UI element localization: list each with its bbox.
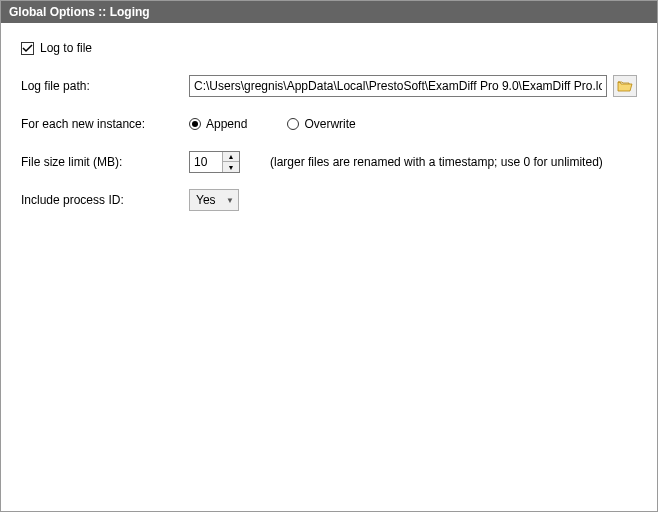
log-file-path-label: Log file path: (21, 79, 189, 93)
spinner-down-button[interactable]: ▼ (223, 162, 239, 172)
file-size-limit-input[interactable] (190, 152, 222, 172)
file-size-limit-label: File size limit (MB): (21, 155, 189, 169)
file-size-limit-hint: (larger files are renamed with a timesta… (270, 155, 603, 169)
new-instance-row: For each new instance: Append Overwrite (21, 113, 637, 135)
log-to-file-label[interactable]: Log to file (40, 41, 92, 55)
radio-append[interactable]: Append (189, 117, 247, 131)
spinner-up-button[interactable]: ▲ (223, 152, 239, 162)
file-size-limit-row: File size limit (MB): ▲ ▼ (larger files … (21, 151, 637, 173)
include-pid-select[interactable]: Yes ▼ (189, 189, 239, 211)
include-pid-value: Yes (196, 193, 216, 207)
log-to-file-checkbox[interactable] (21, 42, 34, 55)
folder-open-icon (617, 79, 633, 93)
radio-append-input[interactable] (189, 118, 201, 130)
spinner-buttons: ▲ ▼ (222, 152, 239, 172)
chevron-down-icon: ▼ (226, 196, 234, 205)
radio-overwrite-label: Overwrite (304, 117, 355, 131)
radio-overwrite[interactable]: Overwrite (287, 117, 355, 131)
radio-append-label: Append (206, 117, 247, 131)
include-pid-row: Include process ID: Yes ▼ (21, 189, 637, 211)
radio-overwrite-input[interactable] (287, 118, 299, 130)
log-file-path-input[interactable] (189, 75, 607, 97)
log-file-path-row: Log file path: (21, 75, 637, 97)
include-pid-label: Include process ID: (21, 193, 189, 207)
file-size-limit-spinner[interactable]: ▲ ▼ (189, 151, 240, 173)
content-area: Log to file Log file path: For each new … (1, 23, 657, 245)
browse-button[interactable] (613, 75, 637, 97)
window-title: Global Options :: Loging (1, 1, 657, 23)
check-icon (22, 43, 33, 54)
options-panel: Global Options :: Loging Log to file Log… (0, 0, 658, 512)
new-instance-radio-group: Append Overwrite (189, 117, 356, 131)
new-instance-label: For each new instance: (21, 117, 189, 131)
log-to-file-row: Log to file (21, 41, 637, 55)
